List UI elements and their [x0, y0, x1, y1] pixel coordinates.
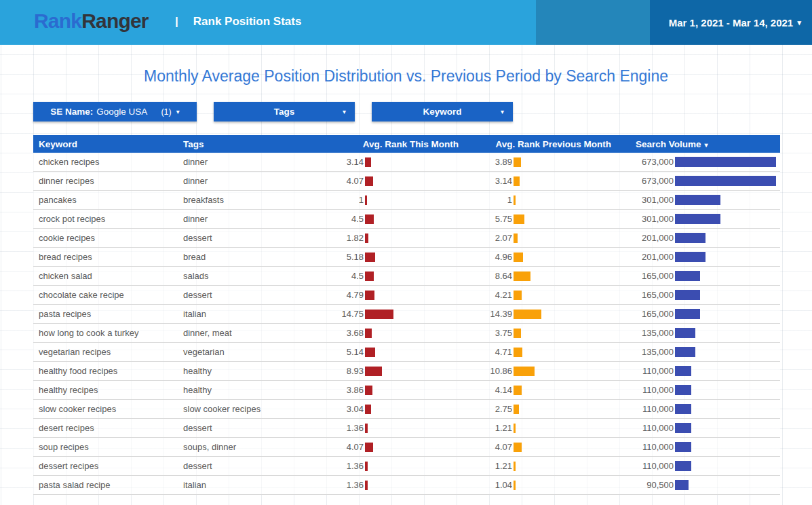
- chevron-down-icon: ▾: [501, 108, 504, 115]
- rank-this-month-bar: [365, 195, 367, 205]
- table-row[interactable]: pancakes breakfasts 1 1 301,000: [33, 191, 780, 210]
- keyword-cell: vegetarian recipes: [33, 347, 183, 357]
- search-volume-cell: 110,000: [621, 442, 780, 452]
- search-volume-value: 201,000: [621, 233, 674, 243]
- rank-previous-month-cell: 1.21: [468, 423, 621, 433]
- table-row[interactable]: bread recipes bread 5.18 4.96 201,000: [33, 248, 780, 267]
- keyword-cell: dessert recipes: [33, 461, 183, 471]
- column-header-rank-this-month[interactable]: Avg. Rank This Month: [339, 139, 468, 149]
- rank-this-month-value: 1.36: [339, 461, 364, 471]
- rank-this-month-bar: [365, 405, 371, 414]
- column-header-keyword[interactable]: Keyword: [33, 139, 183, 149]
- rank-this-month-cell: 5.18: [339, 252, 468, 262]
- rank-previous-month-cell: 1: [468, 195, 621, 205]
- table-row[interactable]: pasta recipes italian 14.75 14.39 165,00…: [33, 305, 780, 324]
- filter-bar: SE Name: Google USA (1) ▾ Tags ▾ Keyword…: [33, 102, 513, 121]
- rank-this-month-value: 14.75: [339, 309, 364, 319]
- search-volume-bar: [675, 385, 691, 395]
- table-row[interactable]: cookie recipes dessert 1.82 2.07 201,000: [33, 229, 780, 248]
- table-row[interactable]: dessert recipes dessert 1.36 1.21 110,00…: [33, 457, 780, 476]
- filter-se-name-value: Google USA: [96, 107, 147, 117]
- rank-this-month-value: 4.5: [339, 271, 364, 281]
- rank-this-month-value: 4.79: [339, 290, 364, 300]
- search-volume-cell: 165,000: [621, 271, 780, 281]
- table-row[interactable]: chicken salad salads 4.5 8.64 165,000: [33, 267, 780, 286]
- search-volume-value: 110,000: [621, 385, 674, 395]
- tags-cell: bread: [183, 252, 339, 262]
- search-volume-bar: [675, 252, 705, 262]
- rank-this-month-value: 3.86: [339, 385, 364, 395]
- filter-se-name[interactable]: SE Name: Google USA (1) ▾: [33, 102, 197, 121]
- table-row[interactable]: soup recipes soups, dinner 4.07 4.07 110…: [33, 438, 780, 457]
- keyword-cell: slow cooker recipes: [33, 404, 183, 414]
- tags-cell: soups, dinner: [183, 442, 339, 452]
- table-row[interactable]: chocolate cake recipe dessert 4.79 4.21 …: [33, 286, 780, 305]
- rank-this-month-value: 4.5: [339, 214, 364, 224]
- table-row[interactable]: slow cooker recipes slow cooker recipes …: [33, 400, 780, 419]
- keyword-cell: pasta recipes: [33, 309, 183, 319]
- column-header-rank-previous-month[interactable]: Avg. Rank Previous Month: [468, 139, 621, 149]
- search-volume-value: 165,000: [621, 271, 674, 281]
- rank-this-month-bar: [365, 310, 393, 319]
- table-row[interactable]: chicken recipes dinner 3.14 3.89 673,000: [33, 153, 780, 172]
- rank-previous-month-value: 1.21: [468, 423, 512, 433]
- rank-previous-month-bar: [514, 195, 516, 205]
- tags-cell: breakfasts: [183, 195, 339, 205]
- rank-this-month-cell: 3.68: [339, 328, 468, 338]
- tags-cell: dinner, meat: [183, 328, 339, 338]
- filter-tags-label: Tags: [274, 107, 295, 117]
- filter-keyword[interactable]: Keyword ▾: [372, 102, 513, 121]
- rank-this-month-cell: 3.04: [339, 404, 468, 414]
- table-row[interactable]: healthy food recipes healthy 8.93 10.86 …: [33, 362, 780, 381]
- search-volume-bar: [675, 423, 691, 433]
- column-header-tags[interactable]: Tags: [183, 139, 339, 149]
- tags-cell: dessert: [183, 290, 339, 300]
- rank-this-month-cell: 8.93: [339, 366, 468, 376]
- table-row[interactable]: how long to cook a turkey dinner, meat 3…: [33, 324, 780, 343]
- table-row[interactable]: pasta salad recipe italian 1.36 1.04 90,…: [33, 476, 780, 495]
- search-volume-bar: [675, 290, 700, 300]
- table-row[interactable]: healthy recipes healthy 3.86 4.14 110,00…: [33, 381, 780, 400]
- rank-previous-month-value: 3.89: [468, 157, 512, 167]
- rankranger-logo[interactable]: RankRanger: [34, 10, 149, 33]
- rank-previous-month-value: 8.64: [468, 271, 512, 281]
- rank-previous-month-bar: [514, 252, 523, 262]
- search-volume-bar: [675, 233, 705, 243]
- search-volume-value: 135,000: [621, 347, 674, 357]
- table-row[interactable]: dinner recipes dinner 4.07 3.14 673,000: [33, 172, 780, 191]
- search-volume-cell: 165,000: [621, 309, 780, 319]
- rank-this-month-bar: [365, 176, 373, 186]
- search-volume-value: 110,000: [621, 461, 674, 471]
- search-volume-value: 110,000: [621, 423, 674, 433]
- keyword-cell: crock pot recipes: [33, 214, 183, 224]
- rank-previous-month-value: 4.21: [468, 290, 512, 300]
- rank-this-month-cell: 1.36: [339, 423, 468, 433]
- rank-previous-month-value: 2.75: [468, 404, 512, 414]
- rank-previous-month-cell: 4.07: [468, 442, 621, 452]
- table-row[interactable]: vegetarian recipes vegetarian 5.14 4.71 …: [33, 343, 780, 362]
- rank-previous-month-value: 1.04: [468, 480, 512, 490]
- keyword-cell: chicken recipes: [33, 157, 183, 167]
- table-row[interactable]: crock pot recipes dinner 4.5 5.75 301,00…: [33, 210, 780, 229]
- filter-keyword-label: Keyword: [423, 107, 461, 117]
- table-row[interactable]: desert recipes dessert 1.36 1.21 110,000: [33, 419, 780, 438]
- search-volume-value: 301,000: [621, 214, 674, 224]
- rank-previous-month-value: 1: [468, 195, 512, 205]
- rank-previous-month-value: 5.75: [468, 214, 512, 224]
- rank-previous-month-value: 4.71: [468, 347, 512, 357]
- column-header-search-volume[interactable]: Search Volume▾: [621, 139, 780, 149]
- search-volume-cell: 673,000: [621, 157, 780, 167]
- header-middle-panel: [536, 0, 650, 45]
- rank-this-month-bar: [365, 252, 375, 262]
- tags-cell: dessert: [183, 423, 339, 433]
- search-volume-cell: 301,000: [621, 195, 780, 205]
- rank-this-month-cell: 5.14: [339, 347, 468, 357]
- search-volume-cell: 135,000: [621, 347, 780, 357]
- rank-previous-month-bar: [514, 310, 541, 319]
- rank-this-month-value: 1.36: [339, 423, 364, 433]
- date-range-picker[interactable]: Mar 1, 2021 - Mar 14, 2021 ▾: [650, 0, 812, 45]
- filter-tags[interactable]: Tags ▾: [214, 102, 355, 121]
- rank-this-month-cell: 1.82: [339, 233, 468, 243]
- rank-previous-month-bar: [514, 367, 535, 376]
- search-volume-value: 90,500: [621, 480, 674, 490]
